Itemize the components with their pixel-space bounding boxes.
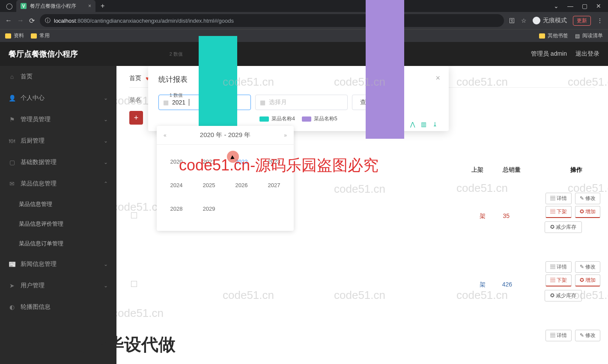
year-cell[interactable]: 2021: [193, 150, 225, 173]
row-actions: ▤ 详情 ✎ 修改: [545, 329, 601, 342]
shelf-value: 架: [480, 281, 486, 289]
back-icon[interactable]: ←: [5, 17, 12, 24]
year-value: 2021: [172, 99, 185, 106]
reload-icon[interactable]: ⟳: [29, 17, 35, 25]
sidebar-item-admin[interactable]: ⚑管理员管理⌄: [0, 109, 116, 130]
breadcrumb-home[interactable]: 首页: [129, 75, 141, 82]
col-ops: 操作: [570, 166, 582, 174]
incognito-label: 无痕模式: [543, 17, 567, 24]
sidebar-item-basedata[interactable]: ▢基础数据管理⌄: [0, 152, 116, 173]
bookmarks-bar: 资料 常用 其他书签 ▤阅读清单: [0, 29, 608, 42]
reduce-stock-button[interactable]: ✪ 减少库存: [545, 221, 582, 233]
add-stock-button[interactable]: ✪ 增加: [575, 206, 600, 218]
off-shelf-button[interactable]: ▤ 下架: [545, 274, 572, 286]
sidebar-item-profile[interactable]: 👤个人中心⌄: [0, 87, 116, 109]
edit-button[interactable]: ✎ 修改: [575, 330, 600, 341]
header-user[interactable]: 管理员 admin: [531, 50, 567, 58]
edit-button[interactable]: ✎ 修改: [575, 193, 600, 204]
year-cell[interactable]: 2020: [160, 150, 193, 173]
browser-tab[interactable]: V 餐厅点餐微信小程序 ×: [16, 0, 95, 12]
prev-decade-icon[interactable]: «: [164, 132, 167, 138]
detail-button[interactable]: ▤ 详情: [545, 193, 572, 204]
sidebar: ⌂首页 👤个人中心⌄ ⚑管理员管理⌄ 🍽后厨管理⌄ ▢基础数据管理⌄ ✉菜品信息…: [0, 66, 116, 364]
chevron-down-icon: ⌄: [104, 159, 108, 165]
legend-item[interactable]: 菜品名称4: [259, 115, 295, 122]
download-icon[interactable]: ⤓: [432, 121, 438, 128]
row-checkbox[interactable]: [131, 212, 137, 218]
year-cell[interactable]: 2026: [225, 173, 258, 197]
chevron-down-icon[interactable]: ⌄: [554, 3, 559, 9]
detail-button[interactable]: ▤ 详情: [545, 330, 572, 341]
mail-icon: ✉: [9, 180, 15, 187]
update-button[interactable]: 更新: [573, 16, 591, 26]
sidebar-sub-dish-order[interactable]: 菜品信息订单管理: [0, 234, 116, 254]
user-icon: 👤: [9, 95, 15, 101]
bookmark-folder-2[interactable]: 常用: [31, 32, 50, 39]
tab-close-icon[interactable]: ×: [88, 3, 91, 9]
month-input[interactable]: ▦ 选择月: [255, 95, 348, 110]
key-icon[interactable]: ⚿: [509, 17, 515, 24]
sidebar-item-users[interactable]: ➤用户管理⌄: [0, 275, 116, 296]
year-range-label: 2020 年 - 2029 年: [200, 131, 250, 139]
year-cell[interactable]: 2024: [160, 173, 193, 197]
vue-favicon: V: [21, 3, 27, 9]
news-icon: 📰: [9, 261, 15, 268]
new-tab-button[interactable]: +: [101, 2, 104, 10]
sidebar-sub-dish-review[interactable]: 菜品信息评价管理: [0, 214, 116, 234]
globe-icon: ◯: [6, 3, 13, 9]
forward-icon[interactable]: →: [17, 17, 24, 24]
app-header: 餐厅点餐微信小程序 管理员 admin 退出登录: [0, 42, 608, 66]
star-icon[interactable]: ☆: [521, 17, 527, 24]
next-decade-icon[interactable]: »: [284, 132, 287, 138]
info-icon: ⓘ: [45, 17, 51, 24]
chevron-down-icon: ⌄: [104, 283, 108, 289]
year-cell[interactable]: 2029: [193, 197, 225, 221]
year-picker: « 2020 年 - 2029 年 » 20202021202220232024…: [157, 126, 294, 231]
reading-list[interactable]: ▤阅读清单: [575, 32, 603, 39]
window-minimize-icon[interactable]: —: [567, 3, 573, 9]
folder-icon: [5, 33, 11, 39]
reduce-stock-button[interactable]: ✪ 减少库存: [545, 290, 582, 301]
other-bookmarks[interactable]: 其他书签: [539, 32, 568, 39]
url-bar[interactable]: ⓘ localhost:8080/cantingdiancanxiaocheng…: [40, 14, 504, 27]
add-stock-button[interactable]: ✪ 增加: [575, 274, 600, 286]
bookmark-folder-1[interactable]: 资料: [5, 32, 24, 39]
off-shelf-button[interactable]: ▤ 下架: [545, 206, 572, 218]
table-header: 上架 总销量: [467, 166, 522, 174]
sidebar-item-news[interactable]: 📰新闻信息管理⌄: [0, 254, 116, 275]
modal-close-icon[interactable]: ×: [435, 74, 440, 83]
browser-tab-strip: ◯ V 餐厅点餐微信小程序 × + ⌄ — ▢ ✕: [0, 0, 608, 12]
line-chart-icon[interactable]: ⋀: [410, 121, 415, 128]
chevron-down-icon: ⌄: [104, 116, 108, 122]
sidebar-item-carousel[interactable]: ◐轮播图信息: [0, 296, 116, 318]
window-maximize-icon[interactable]: ▢: [582, 3, 587, 9]
app-title: 餐厅点餐微信小程序: [9, 49, 78, 59]
sidebar-item-dishes[interactable]: ✉菜品信息管理⌃: [0, 173, 116, 194]
year-cell[interactable]: 2022: [225, 150, 258, 173]
bar-chart-icon[interactable]: ▥: [421, 121, 426, 128]
year-cell[interactable]: 2027: [258, 173, 290, 197]
logout-link[interactable]: 退出登录: [575, 50, 599, 58]
sidebar-item-kitchen[interactable]: 🍽后厨管理⌄: [0, 130, 116, 152]
row-checkbox[interactable]: [131, 281, 137, 287]
stats-modal: 统计报表 × ▦ 2021 ▦ 选择月 查询 菜品名称4 菜品名称5 ⋀ ▥ ⤓: [148, 66, 449, 131]
year-cell[interactable]: 2023: [258, 150, 290, 173]
sidebar-sub-dish-info[interactable]: 菜品信息管理: [0, 194, 116, 214]
window-close-icon[interactable]: ✕: [596, 3, 601, 9]
legend-item[interactable]: 菜品名称5: [302, 115, 337, 122]
bar-series-1: [199, 36, 237, 139]
edit-button[interactable]: ✎ 修改: [575, 261, 600, 273]
browser-nav-bar: ← → ⟳ ⓘ localhost:8080/cantingdiancanxia…: [0, 12, 608, 29]
year-cell[interactable]: 2028: [160, 197, 193, 221]
url-path: :8080/cantingdiancanxiaochengxu/admin/di…: [76, 18, 234, 24]
chevron-down-icon: ⌄: [104, 138, 108, 144]
shelf-value: 架: [480, 212, 486, 220]
add-button[interactable]: +: [129, 111, 143, 125]
sidebar-item-home[interactable]: ⌂首页: [0, 66, 116, 87]
menu-icon[interactable]: ⋮: [597, 17, 603, 24]
year-cell[interactable]: 2025: [193, 173, 225, 197]
y-tick: 2 数值: [166, 51, 183, 57]
detail-button[interactable]: ▤ 详情: [545, 261, 572, 273]
legend-swatch: [259, 116, 269, 122]
url-host: localhost: [54, 18, 76, 24]
